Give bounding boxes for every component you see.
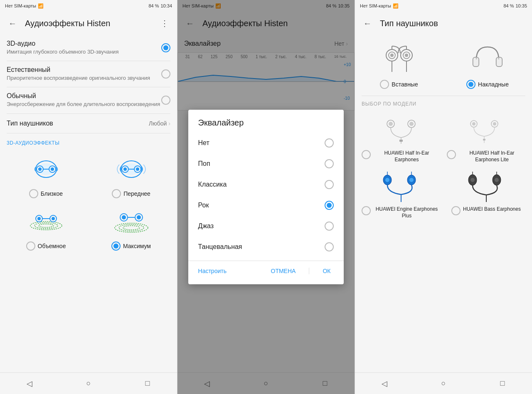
customize-link[interactable]: Настроить xyxy=(195,264,230,278)
half-in-ear-lite-label: HUAWEI Half In-Ear Earphones Lite xyxy=(458,150,525,163)
effect-close-icon xyxy=(25,153,67,186)
radio-half-in-ear-lite[interactable] xyxy=(447,150,456,159)
carrier-3: Нет SIM-карты xyxy=(360,3,391,8)
type-in-ear[interactable]: Вставные xyxy=(378,42,420,89)
nav-back-3[interactable]: ◁ xyxy=(377,376,392,391)
item-title-normal: Обычный xyxy=(7,92,161,100)
model-half-in-ear-lite-img xyxy=(463,113,509,147)
radio-close-effect[interactable] xyxy=(29,189,38,198)
radio-in-ear[interactable] xyxy=(380,80,389,89)
effects-grid: Близкое xyxy=(0,149,177,254)
svg-point-45 xyxy=(389,122,393,126)
svg-point-10 xyxy=(123,167,127,171)
item-title-natural: Естественный xyxy=(7,66,161,74)
radio-max-effect[interactable] xyxy=(111,241,121,251)
headphone-type-row[interactable]: Тип наушников Любой › xyxy=(0,114,177,133)
svg-point-5 xyxy=(51,167,54,171)
back-button-3[interactable]: ← xyxy=(362,17,373,29)
model-bass[interactable]: HUAWEI Bass Earphones xyxy=(447,170,525,219)
svg-point-64 xyxy=(470,178,475,182)
radio-pop[interactable] xyxy=(325,159,334,168)
modal-item-none[interactable]: Нет xyxy=(188,133,344,153)
svg-point-20 xyxy=(52,217,55,220)
radio-engine-plus[interactable] xyxy=(362,206,371,215)
radio-surround-effect[interactable] xyxy=(26,241,35,251)
svg-point-15 xyxy=(34,223,58,229)
effect-close[interactable]: Близкое xyxy=(7,153,85,198)
modal-label-dance: Танцевальная xyxy=(198,243,242,251)
svg-point-32 xyxy=(390,54,394,57)
model-grid: HUAWEI Half In-Ear Earphones xyxy=(355,110,532,222)
status-bar-1: Нет SIM-карты 📶 84 % 10:34 xyxy=(0,0,177,12)
radio-rock[interactable] xyxy=(325,201,334,210)
radio-half-in-ear[interactable] xyxy=(362,150,371,159)
surround-label: Объемное xyxy=(38,243,66,249)
modal-item-jazz[interactable]: Джаз xyxy=(188,216,344,236)
in-ear-icon xyxy=(378,42,420,75)
carrier-1: Нет SIM-карты xyxy=(5,3,36,8)
status-bar-3: Нет SIM-карты 📶 84 % 10:35 xyxy=(355,0,532,12)
svg-rect-43 xyxy=(496,57,502,66)
radio-3d-audio[interactable] xyxy=(161,43,170,52)
type-over-ear[interactable]: Накладные xyxy=(466,42,509,89)
engine-plus-label: HUAWEI Engine Earphones Plus xyxy=(373,206,440,219)
settings-item-natural[interactable]: Естественный Приоритетное воспроизведени… xyxy=(0,61,177,87)
app-bar-3: ← Тип наушников xyxy=(355,12,532,35)
panel-headphone-type: Нет SIM-карты 📶 84 % 10:35 ← Тип наушник… xyxy=(355,0,532,394)
radio-dance[interactable] xyxy=(325,242,334,251)
cancel-button[interactable]: ОТМЕНА xyxy=(264,264,303,278)
time-3: 10:35 xyxy=(515,3,527,8)
nav-recent-1[interactable]: □ xyxy=(140,376,155,391)
settings-item-normal[interactable]: Обычный Энергосбережение для более длите… xyxy=(0,87,177,113)
page-title-3: Тип наушников xyxy=(380,19,525,28)
item-title-3d: 3D-аудио xyxy=(7,40,161,47)
radio-over-ear[interactable] xyxy=(466,80,475,89)
time-1: 10:34 xyxy=(160,3,172,8)
modal-item-rock[interactable]: Рок xyxy=(188,195,344,216)
nav-back-1[interactable]: ◁ xyxy=(22,376,37,391)
nav-home-1[interactable]: ○ xyxy=(81,376,96,391)
effect-surround[interactable]: Объемное xyxy=(7,205,85,251)
max-label: Максимум xyxy=(123,243,151,249)
nav-home-3[interactable]: ○ xyxy=(436,376,451,391)
model-bass-img xyxy=(463,170,509,203)
effect-max[interactable]: Максимум xyxy=(92,205,170,251)
content-1: 3D-аудио Имитация глубокого объемного 3D… xyxy=(0,35,177,372)
svg-point-47 xyxy=(409,122,414,126)
model-half-in-ear-img xyxy=(378,113,424,147)
bottom-nav-3: ◁ ○ □ xyxy=(355,372,532,394)
battery-1: 84 % xyxy=(148,3,159,8)
modal-title: Эквалайзер xyxy=(188,110,344,133)
effect-front[interactable]: Переднее xyxy=(92,153,170,198)
panel-audio-effects: Нет SIM-карты 📶 84 % 10:34 ← Аудиоэффект… xyxy=(0,0,177,394)
radio-none[interactable] xyxy=(325,138,334,148)
model-engine-plus[interactable]: HUAWEI Engine Earphones Plus xyxy=(362,170,440,219)
radio-natural[interactable] xyxy=(161,69,170,79)
modal-label-classic: Классика xyxy=(198,181,227,188)
svg-rect-41 xyxy=(473,57,479,66)
radio-bass[interactable] xyxy=(451,206,461,215)
settings-item-3d-audio[interactable]: 3D-аудио Имитация глубокого объемного 3D… xyxy=(0,35,177,61)
svg-point-28 xyxy=(137,215,141,219)
panel-equalizer: Нет SIM-карты 📶 84 % 10:35 ← Аудиоэффект… xyxy=(177,0,355,394)
signal-icon: 📶 xyxy=(38,3,44,9)
modal-item-pop[interactable]: Поп xyxy=(188,153,344,174)
radio-normal[interactable] xyxy=(161,96,170,105)
modal-label-rock: Рок xyxy=(198,202,209,209)
svg-point-36 xyxy=(405,54,408,57)
svg-point-24 xyxy=(123,226,140,230)
modal-item-classic[interactable]: Классика xyxy=(188,174,344,195)
radio-jazz[interactable] xyxy=(325,222,334,231)
model-half-in-ear-lite[interactable]: HUAWEI Half In-Ear Earphones Lite xyxy=(447,113,525,163)
ok-button[interactable]: ОК xyxy=(316,264,337,278)
modal-item-dance[interactable]: Танцевальная xyxy=(188,236,344,257)
model-half-in-ear[interactable]: HUAWEI Half In-Ear Earphones xyxy=(362,113,440,163)
model-engine-plus-img xyxy=(378,170,424,203)
svg-point-26 xyxy=(122,215,126,219)
more-button-1[interactable]: ⋮ xyxy=(159,17,170,29)
back-button-1[interactable]: ← xyxy=(7,17,18,29)
radio-classic[interactable] xyxy=(325,180,334,189)
radio-front-effect[interactable] xyxy=(112,189,121,198)
nav-recent-3[interactable]: □ xyxy=(495,376,510,391)
app-bar-1: ← Аудиоэффекты Histen ⋮ xyxy=(0,12,177,35)
